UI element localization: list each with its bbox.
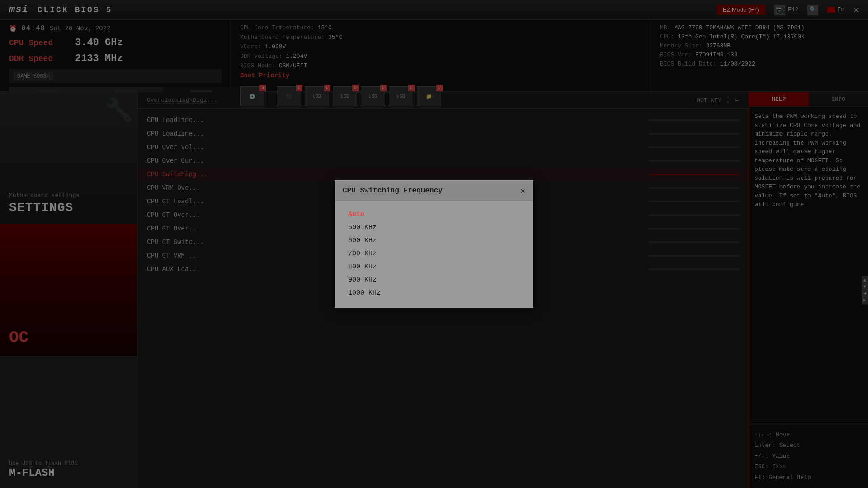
- modal-overlay[interactable]: CPU Switching Frequency ✕ Auto 500 KHz 6…: [0, 0, 868, 488]
- modal-title: CPU Switching Frequency: [343, 187, 443, 195]
- modal-close-button[interactable]: ✕: [520, 186, 525, 196]
- modal-option-1000[interactable]: 1000 KHz: [344, 286, 524, 300]
- modal-cpu-switching: CPU Switching Frequency ✕ Auto 500 KHz 6…: [335, 180, 533, 308]
- modal-option-500[interactable]: 500 KHz: [344, 221, 524, 234]
- modal-option-900[interactable]: 900 KHz: [344, 273, 524, 286]
- modal-option-auto[interactable]: Auto: [344, 208, 524, 221]
- modal-option-600[interactable]: 600 KHz: [344, 234, 524, 247]
- modal-header: CPU Switching Frequency ✕: [335, 181, 533, 201]
- modal-body: Auto 500 KHz 600 KHz 700 KHz 800 KHz 900…: [335, 201, 533, 307]
- modal-option-700[interactable]: 700 KHz: [344, 247, 524, 260]
- modal-option-800[interactable]: 800 KHz: [344, 260, 524, 273]
